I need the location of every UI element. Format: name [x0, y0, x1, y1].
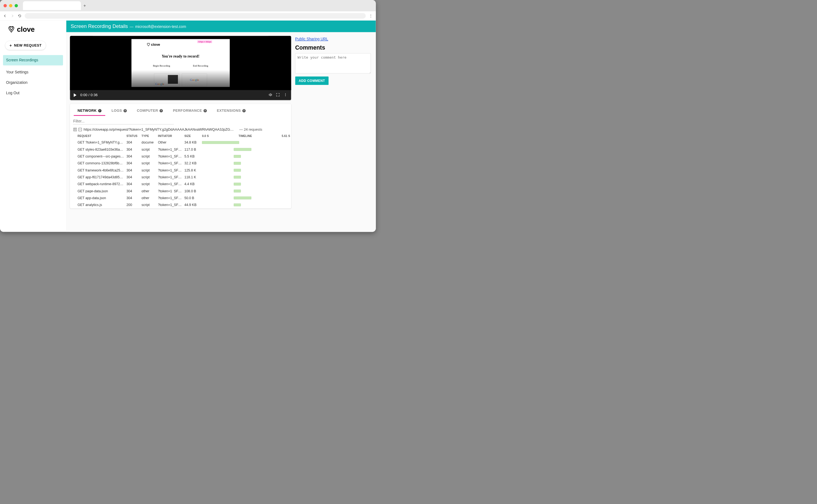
video-thumbnail: clove 725px × 552px You're ready to reco… — [132, 39, 230, 87]
cell-size: 34.8 KB — [183, 139, 201, 146]
table-row[interactable]: GET ?token=1_SFMyNTY.g2gDdAAAA304documeO… — [70, 139, 291, 146]
add-comment-button[interactable]: ADD COMMENT — [295, 76, 328, 85]
help-icon[interactable]: ? — [124, 109, 127, 112]
video-card: clove 725px × 552px You're ready to reco… — [70, 36, 291, 100]
cell-size: 44.9 KB — [183, 202, 201, 208]
window-maximize-button[interactable] — [15, 4, 18, 7]
tab-network[interactable]: NETWORK ? — [78, 107, 101, 116]
cell-request: GET app-f6171749da43d85e01f0.js — [70, 174, 125, 181]
reload-button[interactable] — [17, 13, 22, 18]
browser-tab[interactable] — [23, 1, 81, 10]
page-subtitle-sep: — — [130, 25, 133, 29]
back-button[interactable] — [3, 13, 7, 18]
url-input[interactable] — [25, 13, 366, 19]
sidebar: clove + NEW REQUEST Screen Recordings Yo… — [0, 21, 66, 232]
table-row[interactable]: GET webpack-runtime-8972e9fe6c50304scrip… — [70, 181, 291, 188]
table-row[interactable]: GET analytics.js200script?token=1_SFMyN4… — [70, 202, 291, 208]
tab-computer[interactable]: COMPUTER ? — [137, 107, 163, 116]
forward-button[interactable] — [10, 13, 15, 18]
app-body: clove + NEW REQUEST Screen Recordings Yo… — [0, 21, 376, 232]
cell-type: script — [141, 174, 157, 181]
new-request-label: NEW REQUEST — [14, 43, 42, 47]
cell-timeline — [201, 194, 291, 201]
cell-request: GET component---src-pages-p-reques — [70, 153, 125, 160]
table-row[interactable]: GET commons-132828bf6b10e2bf748304script… — [70, 160, 291, 167]
filter-input[interactable] — [73, 118, 174, 125]
titlebar: + — [0, 0, 376, 11]
col-initiator: INITIATOR — [157, 133, 184, 139]
cell-initiator: ?token=1_SFMyN — [157, 167, 184, 174]
page-header: Screen Recording Details — microsoft@ext… — [66, 21, 376, 32]
nav-item-your-settings[interactable]: Your Settings — [3, 67, 63, 78]
help-icon[interactable]: ? — [242, 109, 246, 112]
page-subtitle-email: microsoft@extension-test.com — [135, 25, 186, 29]
volume-button[interactable] — [268, 93, 272, 98]
cell-type: script — [141, 153, 157, 160]
window-minimize-button[interactable] — [9, 4, 12, 7]
cell-type: script — [141, 146, 157, 153]
filter-row — [70, 116, 291, 126]
collapse-toggle[interactable]: − — [79, 128, 82, 131]
cell-type: script — [141, 202, 157, 208]
cell-initiator: ?token=1_SFMyN — [157, 202, 184, 208]
cell-status: 304 — [125, 194, 141, 201]
cell-status: 200 — [125, 202, 141, 208]
svg-point-1 — [285, 95, 286, 95]
thumb-headline: You're ready to record! — [132, 54, 230, 59]
browser-window: + ⋮ clove + NEW REQUEST — [0, 0, 376, 232]
brand-text: clove — [17, 25, 35, 33]
cell-timeline — [201, 174, 291, 181]
nav-item-log-out[interactable]: Log Out — [3, 88, 63, 98]
browser-menu-button[interactable]: ⋮ — [368, 14, 373, 18]
video-player[interactable]: clove 725px × 552px You're ready to reco… — [70, 36, 291, 90]
table-row[interactable]: GET framework-4b6e6fca25677e0206304scrip… — [70, 167, 291, 174]
clove-icon — [8, 25, 15, 33]
cell-status: 304 — [125, 139, 141, 146]
cell-status: 304 — [125, 188, 141, 194]
cell-request: GET commons-132828bf6b10e2bf748 — [70, 160, 125, 167]
help-icon[interactable]: ? — [159, 109, 163, 112]
fullscreen-button[interactable] — [276, 93, 280, 98]
cell-timeline — [201, 188, 291, 194]
new-request-button[interactable]: + NEW REQUEST — [5, 41, 46, 50]
cell-timeline — [201, 139, 291, 146]
help-icon[interactable]: ? — [98, 109, 101, 112]
play-button[interactable] — [74, 93, 76, 97]
network-table: REQUEST STATUS TYPE INITIATOR SIZE 0.0 S… — [70, 133, 291, 208]
table-row[interactable]: GET component---src-pages-p-reques304scr… — [70, 153, 291, 160]
cell-status: 304 — [125, 146, 141, 153]
thumb-buttons: Begin Recording End Recording — [132, 64, 230, 67]
nav-item-screen-recordings[interactable]: Screen Recordings — [3, 55, 63, 65]
cell-timeline — [201, 153, 291, 160]
help-icon[interactable]: ? — [204, 109, 207, 112]
cell-timeline — [201, 202, 291, 208]
new-tab-button[interactable]: + — [84, 3, 86, 8]
table-row[interactable]: GET styles-823ae8103e36ae8a7f9f.js304scr… — [70, 146, 291, 153]
tab-logs[interactable]: LOGS ? — [112, 107, 127, 116]
comment-input[interactable] — [295, 53, 371, 74]
cell-initiator: ?token=1_SFMyN — [157, 194, 184, 201]
video-time: 0:00 / 0:36 — [80, 93, 98, 97]
public-sharing-link[interactable]: Public Sharing URL — [295, 37, 328, 41]
tab-extensions[interactable]: EXTENSIONS ? — [217, 107, 245, 116]
request-count: — 24 requests — [239, 128, 262, 132]
cell-type: other — [141, 188, 157, 194]
source-url: https://cloveapp.io/p/request/?token=1_S… — [84, 128, 235, 132]
cell-type: script — [141, 167, 157, 174]
thumb-end-btn: End Recording — [193, 64, 208, 67]
cell-status: 304 — [125, 160, 141, 167]
thumb-screenshots: Google Google — [132, 74, 230, 86]
table-row[interactable]: GET app-f6171749da43d85e01f0.js304script… — [70, 174, 291, 181]
video-menu-button[interactable] — [284, 93, 287, 98]
table-row[interactable]: GET app-data.json304other?token=1_SFMyN5… — [70, 194, 291, 201]
nav-item-organization[interactable]: Organization — [3, 77, 63, 88]
svg-point-2 — [285, 96, 286, 96]
nav-list: Screen Recordings Your Settings Organiza… — [0, 55, 66, 98]
video-controls: 0:00 / 0:36 — [70, 90, 291, 100]
tab-performance[interactable]: PERFORMANCE ? — [173, 107, 207, 116]
cell-size: 118.1 K — [183, 174, 201, 181]
window-close-button[interactable] — [4, 4, 7, 7]
google-logo: Google — [155, 82, 164, 85]
table-row[interactable]: GET page-data.json304other?token=1_SFMyN… — [70, 188, 291, 194]
thumb-begin-btn: Begin Recording — [153, 64, 170, 67]
